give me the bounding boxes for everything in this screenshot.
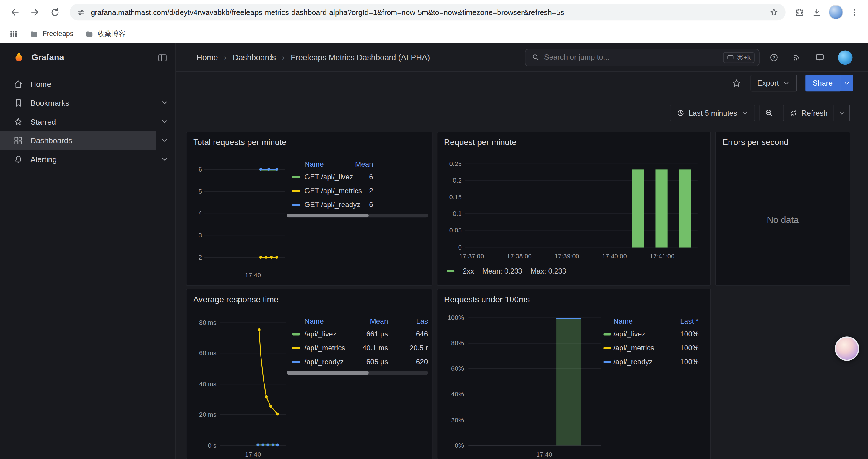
series-name[interactable]: /api/_livez [613, 330, 645, 338]
legend-scrollbar[interactable] [287, 214, 428, 218]
legend-row[interactable]: /api/_livez 100% [603, 328, 699, 341]
folder-icon [29, 29, 39, 38]
share-button[interactable]: Share [805, 75, 840, 91]
breadcrumb-dashboards[interactable]: Dashboards [233, 53, 276, 62]
apps-grid-icon[interactable] [9, 29, 18, 38]
panel-total-requests: Total requests per minute 6 5 4 3 2 [186, 132, 433, 286]
bookmark-item-blog[interactable]: 收藏博客 [85, 29, 126, 38]
panel-title[interactable]: Total requests per minute [186, 132, 432, 147]
chart-average-response-time [220, 322, 286, 449]
legend-col-name[interactable]: Name [613, 317, 632, 326]
legend-row[interactable]: /api/_readyz 605 µs 620 [287, 355, 428, 369]
sidebar-item-starred[interactable]: Starred [0, 112, 176, 131]
display-icon[interactable] [815, 52, 825, 62]
search-box[interactable]: ⌘+k [525, 48, 759, 66]
legend-col-mean[interactable]: Mean [340, 160, 373, 168]
legend-col-mean[interactable]: Mean [343, 317, 388, 326]
series-name[interactable]: /api/_livez [305, 330, 337, 338]
series-max: Max: 0.233 [531, 267, 566, 275]
chevron-down-icon[interactable] [160, 117, 169, 126]
legend-row[interactable]: GET /api/_metrics 2 [287, 184, 428, 198]
search-input[interactable] [544, 53, 718, 61]
time-range-button[interactable]: Last 5 minutes [670, 104, 755, 121]
legend-row[interactable]: GET /api/_livez 6 [287, 170, 428, 184]
bar-percent [556, 318, 581, 446]
panel-title[interactable]: Requests under 100ms [437, 290, 710, 304]
scrollbar-thumb[interactable] [287, 214, 369, 218]
browser-back-button[interactable] [6, 3, 25, 22]
site-info-icon[interactable] [76, 7, 86, 17]
series-name[interactable]: /api/_metrics [305, 344, 345, 352]
scrollbar-thumb[interactable] [287, 371, 369, 374]
legend-col-name[interactable]: Name [305, 317, 324, 326]
svg-text:?: ? [773, 55, 775, 60]
x-tick: 17:40 [234, 270, 272, 280]
series-name[interactable]: 2xx [463, 267, 474, 275]
zoom-out-button[interactable] [759, 104, 778, 121]
share-caret-button[interactable] [840, 75, 853, 91]
y-tick: 0.2 [438, 176, 462, 185]
grafana-logo[interactable] [12, 51, 25, 64]
series-last: 100% [656, 357, 699, 366]
legend-row[interactable]: /api/_metrics 40.1 ms 20.5 r [287, 341, 428, 355]
panel-title[interactable]: Average response time [186, 290, 432, 304]
time-controls: Last 5 minutes Refresh [176, 104, 868, 122]
legend-scrollbar[interactable] [287, 371, 428, 374]
x-tick: 17:38:00 [500, 252, 538, 261]
refresh-interval-caret[interactable] [834, 104, 850, 121]
help-icon[interactable]: ? [769, 52, 779, 62]
browser-forward-button[interactable] [25, 3, 44, 22]
browser-menu-icon[interactable] [850, 7, 859, 17]
series-mean: 40.1 ms [343, 344, 388, 352]
downloads-icon[interactable] [812, 7, 822, 18]
panel-title[interactable]: Errors per second [716, 132, 850, 147]
series-name[interactable]: /api/_readyz [305, 357, 344, 366]
legend-col-name[interactable]: Name [305, 160, 324, 168]
extensions-icon[interactable] [795, 7, 805, 18]
sidebar-item-dashboards[interactable]: Dashboards [0, 131, 176, 150]
series-name[interactable]: /api/_metrics [613, 344, 654, 352]
sidebar-item-alerting[interactable]: Alerting [0, 150, 176, 169]
export-button[interactable]: Export [751, 75, 797, 91]
legend-row[interactable]: /api/_readyz 100% [603, 355, 699, 369]
legend-col-last[interactable]: Las [392, 317, 428, 326]
address-bar[interactable] [70, 4, 785, 21]
sidebar-item-label: Starred [30, 117, 56, 126]
sidebar-item-bookmarks[interactable]: Bookmarks [0, 94, 176, 112]
browser-reload-button[interactable] [45, 3, 64, 22]
legend-row[interactable]: GET /api/_readyz 6 [287, 198, 428, 212]
sidebar-toggle-icon[interactable] [157, 52, 168, 63]
series-name[interactable]: /api/_readyz [613, 357, 653, 366]
favorite-star-icon[interactable] [731, 78, 742, 88]
chart-total-requests [204, 163, 285, 262]
legend-col-last[interactable]: Last * [656, 317, 699, 326]
series-last: 100% [656, 344, 699, 352]
header-icons: ? [769, 52, 825, 62]
refresh-button[interactable]: Refresh [783, 104, 834, 121]
series-last: 620 [392, 357, 428, 366]
browser-profile-avatar[interactable] [829, 5, 843, 20]
y-tick: 2 [188, 253, 202, 262]
breadcrumb-home[interactable]: Home [196, 53, 218, 62]
series-mean: Mean: 0.233 [482, 267, 522, 275]
bar-2xx [679, 169, 691, 247]
chevron-down-icon[interactable] [160, 98, 169, 107]
legend-row[interactable]: /api/_livez 661 µs 646 [287, 328, 428, 341]
url-input[interactable] [91, 8, 764, 16]
legend-row[interactable]: /api/_metrics 100% [603, 341, 699, 355]
bookmark-item-freeleaps[interactable]: Freeleaps [29, 29, 73, 38]
user-avatar[interactable] [838, 50, 852, 65]
x-tick: 17:41:00 [643, 252, 681, 261]
chevron-down-icon[interactable] [160, 155, 169, 164]
chevron-down-icon[interactable] [160, 136, 169, 145]
bookmark-label: Freeleaps [42, 30, 73, 37]
floating-avatar[interactable] [835, 336, 859, 361]
bookmark-star-icon[interactable] [769, 7, 779, 17]
sidebar-item-home[interactable]: Home [0, 75, 176, 94]
dashboard-canvas: Total requests per minute 6 5 4 3 2 [176, 132, 868, 459]
legend-table: Name Last * /api/_livez 100% /api/_metri… [603, 316, 699, 369]
rss-icon[interactable] [792, 53, 802, 62]
panel-title[interactable]: Request per minute [437, 132, 710, 147]
series-mean: 2 [340, 186, 373, 195]
legend-inline[interactable]: 2xx Mean: 0.233 Max: 0.233 [447, 267, 566, 275]
